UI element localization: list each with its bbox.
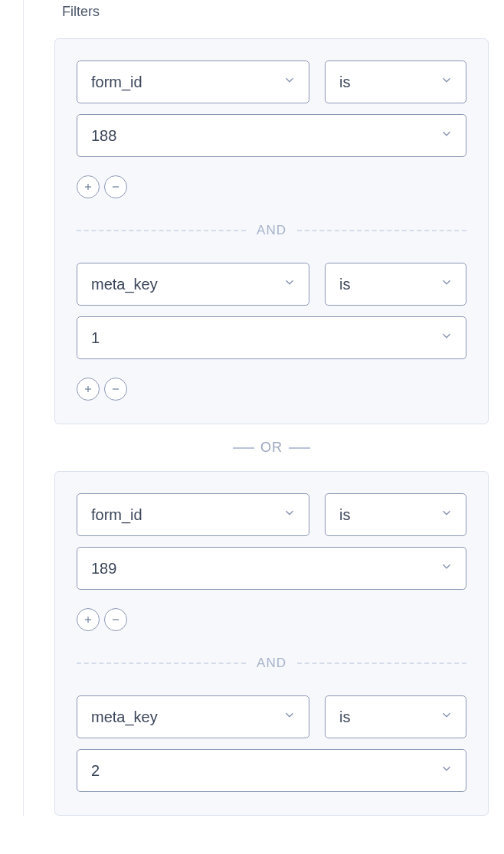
add-condition-button[interactable] [77,175,100,198]
add-condition-button[interactable] [77,608,100,631]
chevron-down-icon [283,276,296,293]
filter-condition: meta_key is 1 [77,263,466,401]
operator-select[interactable]: is [325,493,466,536]
field-select[interactable]: form_id [77,61,309,103]
field-select-value: form_id [91,74,142,91]
chevron-down-icon [440,276,453,293]
field-select[interactable]: meta_key [77,263,309,306]
chevron-down-icon [440,762,453,780]
value-select[interactable]: 188 [77,114,466,157]
filter-condition: meta_key is 2 [77,695,466,792]
field-select[interactable]: meta_key [77,695,309,738]
operator-select-value: is [339,708,350,726]
remove-condition-button[interactable] [104,608,127,631]
and-label: AND [246,223,297,238]
chevron-down-icon [440,127,453,145]
field-select-value: meta_key [91,708,158,726]
or-divider: OR [54,440,489,456]
operator-select-value: is [339,506,350,524]
filters-heading: Filters [54,4,489,20]
chevron-down-icon [440,74,453,91]
chevron-down-icon [440,506,453,524]
dash-icon [289,447,310,449]
filter-group: form_id is 188 [54,38,489,424]
value-select[interactable]: 2 [77,749,466,792]
filter-group: form_id is 189 [54,471,489,816]
or-label: OR [260,440,283,456]
chevron-down-icon [283,74,296,91]
remove-condition-button[interactable] [104,378,127,401]
operator-select-value: is [339,276,350,293]
and-divider: AND [77,656,466,671]
chevron-down-icon [283,506,296,524]
and-divider: AND [77,223,466,238]
field-select-value: form_id [91,506,142,524]
field-select[interactable]: form_id [77,493,309,536]
operator-select-value: is [339,74,350,91]
and-label: AND [246,656,297,671]
chevron-down-icon [440,708,453,726]
filter-condition: form_id is 188 [77,61,466,198]
operator-select[interactable]: is [325,61,466,103]
field-select-value: meta_key [91,276,158,293]
operator-select[interactable]: is [325,263,466,306]
filter-condition: form_id is 189 [77,493,466,631]
remove-condition-button[interactable] [104,175,127,198]
chevron-down-icon [440,329,453,347]
add-condition-button[interactable] [77,378,100,401]
value-select-value: 1 [91,329,100,347]
value-select[interactable]: 1 [77,316,466,359]
value-select-value: 188 [91,127,116,145]
value-select[interactable]: 189 [77,547,466,590]
operator-select[interactable]: is [325,695,466,738]
chevron-down-icon [283,708,296,726]
chevron-down-icon [440,560,453,578]
value-select-value: 2 [91,762,100,780]
value-select-value: 189 [91,560,116,578]
dash-icon [233,447,254,449]
